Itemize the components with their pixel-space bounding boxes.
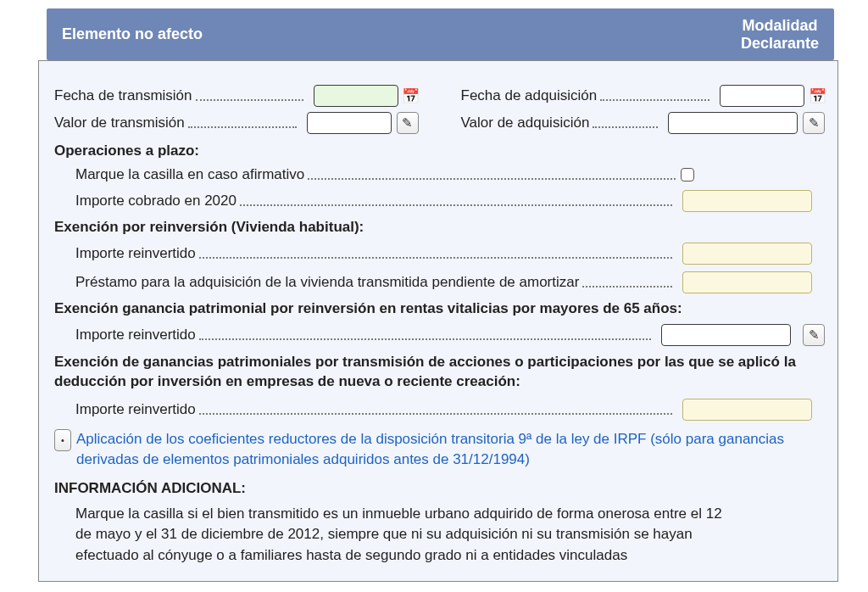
- header-title: Elemento no afecto: [62, 25, 203, 43]
- checkbox-afirmativo[interactable]: [681, 168, 694, 182]
- form-panel: Fecha de transmisión 📅 Fecha de adquisic…: [38, 60, 838, 582]
- section-exencion-reinversion: Exención por reinversión (Vivienda habit…: [54, 219, 825, 236]
- label-importe-reinvertido-3: Importe reinvertido: [75, 401, 196, 418]
- section-exencion-65: Exención ganancia patrimonial por reinve…: [54, 300, 825, 317]
- importe-2020-input[interactable]: [682, 190, 812, 212]
- label-importe-reinvertido-1: Importe reinvertido: [75, 245, 196, 262]
- label-valor-transmision: Valor de transmisión: [54, 114, 185, 131]
- label-fecha-adquisicion: Fecha de adquisición: [461, 87, 598, 104]
- importe-reinvertido-3-input[interactable]: [682, 399, 812, 421]
- info-adicional-text: Marque la casilla si el bien transmitido…: [54, 504, 825, 567]
- section-operaciones-plazo: Operaciones a plazo:: [54, 142, 825, 159]
- form-header: Elemento no afecto Modalidad Declarante: [47, 8, 834, 60]
- importe-reinvertido-1-input[interactable]: [682, 243, 812, 265]
- label-importe-2020: Importe cobrado en 2020: [75, 193, 236, 209]
- label-importe-reinvertido-2: Importe reinvertido: [75, 327, 196, 343]
- valor-transmision-input[interactable]: [307, 112, 392, 134]
- pencil-icon[interactable]: ✎: [803, 324, 825, 346]
- section-info-adicional: INFORMACIÓN ADICIONAL:: [54, 480, 825, 497]
- link-coeficientes-reductores[interactable]: Aplicación de los coeficientes reductore…: [76, 429, 825, 470]
- pencil-icon[interactable]: ✎: [803, 112, 825, 134]
- pencil-icon[interactable]: ✎: [397, 112, 419, 134]
- prestamo-input[interactable]: [682, 271, 812, 293]
- label-prestamo: Préstamo para la adquisición de la vivie…: [75, 274, 579, 291]
- fecha-transmision-input[interactable]: [314, 85, 398, 107]
- label-fecha-transmision: Fecha de transmisión: [54, 87, 192, 104]
- importe-reinvertido-2-input[interactable]: [661, 324, 791, 346]
- fecha-adquisicion-input[interactable]: [720, 85, 804, 107]
- section-exencion-acciones: Exención de ganancias patrimoniales por …: [54, 353, 825, 392]
- calendar-icon[interactable]: 📅: [403, 86, 419, 106]
- expand-toggle[interactable]: •: [54, 429, 71, 451]
- valor-adquisicion-input[interactable]: [668, 112, 798, 134]
- calendar-icon[interactable]: 📅: [810, 86, 825, 106]
- label-valor-adquisicion: Valor de adquisición: [461, 114, 590, 131]
- header-mode: Modalidad Declarante: [741, 17, 819, 52]
- label-marque-afirmativo: Marque la casilla en caso afirmativo: [75, 166, 304, 183]
